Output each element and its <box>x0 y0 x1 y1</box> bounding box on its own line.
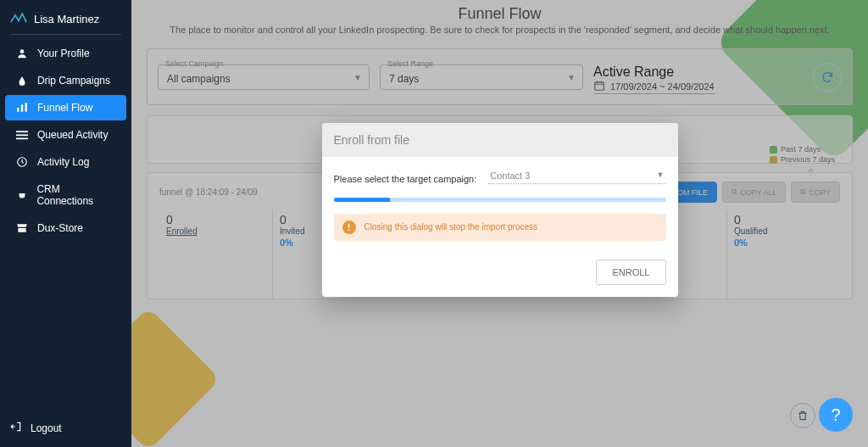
sidebar-item-label: Dux-Store <box>37 222 83 234</box>
person-icon <box>15 47 29 59</box>
logo-icon <box>10 12 27 25</box>
svg-rect-4 <box>16 131 28 132</box>
svg-rect-1 <box>17 108 19 112</box>
sidebar: Lisa Martinez Your Profile Drip Campaign… <box>0 0 131 447</box>
sidebar-item-crm[interactable]: CRM Connections <box>5 176 126 214</box>
list-icon <box>15 130 29 140</box>
enroll-button[interactable]: ENROLL <box>596 260 665 285</box>
drop-icon <box>15 75 29 87</box>
sidebar-item-funnel[interactable]: Funnel Flow <box>5 95 126 120</box>
svg-rect-3 <box>25 103 27 112</box>
sidebar-item-profile[interactable]: Your Profile <box>5 41 126 66</box>
user-name: Lisa Martinez <box>34 13 99 25</box>
sidebar-divider <box>10 34 121 35</box>
sidebar-item-drip[interactable]: Drip Campaigns <box>5 68 126 93</box>
store-icon <box>15 223 29 233</box>
progress-fill <box>334 198 391 202</box>
svg-rect-6 <box>16 138 28 140</box>
warning-icon: ! <box>342 221 356 234</box>
plug-icon <box>15 189 28 201</box>
sidebar-item-label: Queued Activity <box>37 129 108 141</box>
svg-rect-2 <box>21 105 23 112</box>
sidebar-item-log[interactable]: Activity Log <box>5 149 126 175</box>
svg-point-0 <box>20 49 25 53</box>
user-block[interactable]: Lisa Martinez <box>0 0 131 34</box>
history-icon <box>15 156 29 168</box>
chart-icon <box>15 103 29 113</box>
modal-prompt: Please select the target campaign: <box>334 174 477 184</box>
help-button[interactable]: ? <box>819 398 853 432</box>
sidebar-item-label: Drip Campaigns <box>37 75 110 87</box>
select-value: Contact 3 <box>490 170 530 181</box>
enroll-modal: Enroll from file Please select the targe… <box>322 123 678 297</box>
sidebar-item-store[interactable]: Dux-Store <box>5 215 126 241</box>
sidebar-item-label: CRM Connections <box>36 183 116 207</box>
logout-icon <box>10 421 22 435</box>
logout-button[interactable]: Logout <box>0 409 131 447</box>
sidebar-item-label: Activity Log <box>37 156 89 168</box>
warning-text: Closing this dialog will stop the import… <box>364 222 538 232</box>
target-campaign-select[interactable]: Contact 3 ▼ <box>488 169 665 184</box>
chevron-down-icon: ▼ <box>657 170 665 179</box>
import-progress <box>334 198 666 202</box>
sidebar-item-label: Funnel Flow <box>37 102 92 114</box>
sidebar-item-queued[interactable]: Queued Activity <box>5 122 126 148</box>
main-area: Funnel Flow The place to monitor and con… <box>131 0 868 447</box>
modal-title: Enroll from file <box>322 123 678 157</box>
svg-rect-5 <box>16 134 28 136</box>
modal-warning: ! Closing this dialog will stop the impo… <box>334 214 666 241</box>
logout-label: Logout <box>31 422 62 434</box>
sidebar-item-label: Your Profile <box>37 47 90 59</box>
